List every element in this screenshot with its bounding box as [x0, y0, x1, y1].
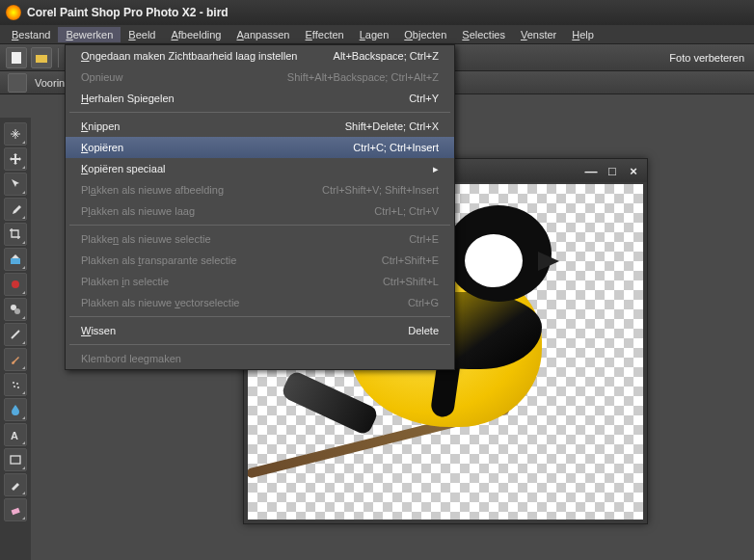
menu-item-label: Plakken in selectie [81, 276, 169, 287]
open-file-button[interactable] [31, 47, 52, 68]
menu-item-label: Kopiëren speciaal [81, 163, 165, 174]
menu-shortcut: Ctrl+L; Ctrl+V [374, 205, 439, 217]
svg-text:A: A [11, 430, 18, 441]
new-file-button[interactable] [6, 47, 27, 68]
menu-separator [69, 316, 450, 317]
menu-bewerken[interactable]: Bewerken [58, 27, 121, 42]
menu-item-label: Plakken als transparante selectie [81, 254, 236, 266]
close-button[interactable]: × [626, 164, 641, 177]
window-title: Corel Paint Shop Pro Photo X2 - bird [27, 6, 229, 19]
menu-shortcut: Delete [408, 325, 439, 336]
tool-eraser[interactable] [4, 498, 27, 521]
submenu-arrow-icon: ▸ [433, 163, 439, 175]
tool-move[interactable] [4, 147, 27, 171]
menu-item-label: Kopiëren [81, 142, 123, 153]
photo-enhance-label[interactable]: Foto verbeteren [663, 52, 750, 64]
tool-redeye[interactable] [4, 273, 27, 296]
menu-item-plakken-in-selectie: Plakken in selectieCtrl+Shift+L [66, 271, 454, 292]
menu-item-kopi-ren[interactable]: KopiërenCtrl+C; Ctrl+Insert [66, 137, 454, 158]
svg-point-14 [17, 387, 19, 388]
menu-bar[interactable]: BestandBewerkenBeeldAfbeeldingAanpassenE… [0, 25, 754, 44]
svg-rect-17 [12, 508, 20, 515]
menu-item-opnieuw: OpnieuwShift+Alt+Backspace; Ctrl+Alt+Z [66, 67, 454, 88]
edit-menu-dropdown[interactable]: Ongedaan maken Zichtbaarheid laag instel… [65, 44, 455, 370]
menu-shortcut: Ctrl+E [409, 233, 439, 245]
menu-item-label: Wissen [81, 325, 116, 336]
menu-effecten[interactable]: Effecten [298, 27, 352, 42]
menu-venster[interactable]: Venster [513, 27, 564, 42]
menu-item-herhalen-spiegelen[interactable]: Herhalen SpiegelenCtrl+Y [66, 88, 454, 109]
menu-shortcut: Ctrl+Shift+E [382, 254, 439, 266]
svg-point-13 [13, 386, 15, 387]
menu-shortcut: Ctrl+Shift+V; Shift+Insert [322, 184, 439, 196]
minimize-button[interactable]: — [583, 164, 599, 177]
menu-item-plakken-als-nieuwe-afbeelding: Plakken als nieuwe afbeeldingCtrl+Shift+… [66, 179, 454, 200]
menu-lagen[interactable]: Lagen [352, 27, 397, 42]
menu-afbeelding[interactable]: Afbeelding [163, 27, 229, 42]
menu-selecties[interactable]: Selecties [454, 27, 513, 42]
menu-shortcut: Shift+Delete; Ctrl+X [345, 120, 439, 132]
menu-item-label: Opnieuw [81, 71, 122, 83]
menu-item-label: Klembord leegmaken [81, 353, 181, 364]
app-logo-icon [6, 5, 21, 20]
tool-brush[interactable] [4, 348, 27, 371]
maximize-button[interactable]: □ [605, 164, 620, 177]
menu-aanpassen[interactable]: Aanpassen [229, 27, 297, 42]
svg-point-10 [14, 308, 20, 314]
menu-shortcut: Alt+Backspace; Ctrl+Z [334, 50, 439, 62]
menu-shortcut: Ctrl+C; Ctrl+Insert [353, 142, 439, 153]
tool-text[interactable]: A [4, 423, 27, 446]
tool-flood[interactable] [4, 398, 27, 421]
menu-item-plakken-als-nieuwe-vectorselec: Plakken als nieuwe vectorselectieCtrl+G [66, 292, 454, 313]
svg-point-12 [16, 383, 18, 385]
menu-item-plakken-als-nieuwe-selectie: Plakken als nieuwe selectieCtrl+E [66, 228, 454, 250]
menu-item-kopi-ren-speciaal[interactable]: Kopiëren speciaal▸ [66, 158, 454, 179]
menu-item-ongedaan-maken-zichtbaarheid-l[interactable]: Ongedaan maken Zichtbaarheid laag instel… [66, 45, 454, 67]
menu-beeld[interactable]: Beeld [121, 27, 163, 42]
menu-item-label: Herhalen Spiegelen [81, 93, 175, 104]
tool-fill[interactable] [4, 248, 27, 271]
menu-item-label: Plakken als nieuwe laag [81, 205, 195, 217]
svg-rect-1 [36, 55, 47, 63]
menu-shortcut: Ctrl+Y [409, 93, 439, 104]
menu-item-label: Plakken als nieuwe selectie [81, 233, 211, 245]
menu-item-label: Knippen [81, 120, 120, 132]
tool-palette: A [0, 118, 31, 560]
menu-bestand[interactable]: Bestand [4, 27, 58, 42]
menu-separator [69, 344, 450, 345]
menu-item-knippen[interactable]: KnippenShift+Delete; Ctrl+X [66, 116, 454, 137]
menu-separator [69, 112, 450, 113]
svg-point-11 [13, 382, 14, 384]
menu-item-plakken-als-nieuwe-laag: Plakken als nieuwe laagCtrl+L; Ctrl+V [66, 200, 454, 222]
svg-rect-0 [12, 52, 21, 64]
menu-item-label: Ongedaan maken Zichtbaarheid laag instel… [81, 50, 297, 62]
tool-scratch[interactable] [4, 323, 27, 346]
tool-pan[interactable] [4, 122, 27, 146]
tool-pen[interactable] [4, 473, 27, 496]
svg-rect-16 [11, 456, 20, 464]
menu-item-label: Plakken als nieuwe vectorselectie [81, 297, 240, 308]
options-preset-button[interactable] [8, 73, 27, 93]
tool-pick[interactable] [4, 173, 27, 196]
menu-item-plakken-als-transparante-selec: Plakken als transparante selectieCtrl+Sh… [66, 250, 454, 271]
tool-airbrush[interactable] [4, 373, 27, 396]
menu-shortcut: Ctrl+G [408, 297, 439, 308]
menu-separator [69, 225, 450, 226]
svg-rect-7 [11, 258, 20, 264]
svg-point-8 [12, 280, 19, 288]
menu-item-wissen[interactable]: WissenDelete [66, 320, 454, 341]
title-bar: Corel Paint Shop Pro Photo X2 - bird [0, 0, 754, 25]
tool-clone[interactable] [4, 298, 27, 321]
menu-shortcut: Ctrl+Shift+L [383, 276, 439, 287]
tool-crop[interactable] [4, 223, 27, 246]
tool-shape[interactable] [4, 448, 27, 471]
menu-item-label: Plakken als nieuwe afbeelding [81, 184, 224, 196]
toolbar-separator [58, 48, 59, 67]
menu-item-klembord-leegmaken: Klembord leegmaken [66, 348, 454, 369]
menu-shortcut: Shift+Alt+Backspace; Ctrl+Alt+Z [287, 71, 439, 83]
menu-help[interactable]: Help [564, 27, 602, 42]
menu-objecten[interactable]: Objecten [396, 27, 454, 42]
tool-dropper[interactable] [4, 198, 27, 221]
